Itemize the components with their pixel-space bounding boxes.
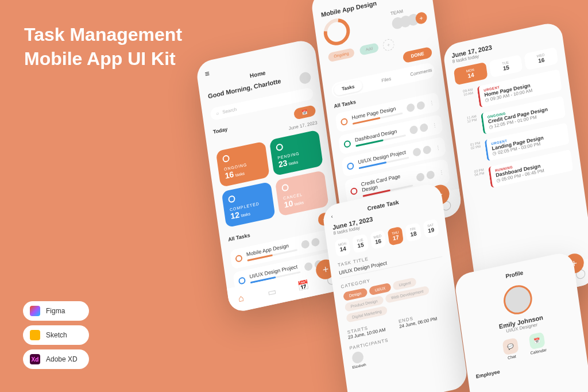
task-status-icon [347, 162, 354, 170]
time-slot: 11 AM12 PM [461, 114, 477, 125]
screen-title: Create Task [367, 199, 399, 212]
participant-name: Elizabeth [352, 363, 366, 369]
day-cell[interactable]: SAT19 [423, 219, 439, 239]
day-num: 18 [408, 230, 419, 239]
time-slot: 01 PM02 PM [464, 141, 481, 152]
all-tasks-label[interactable]: All Tasks [228, 232, 250, 243]
status-card-completed[interactable]: COMPLETED12 tasks [222, 182, 276, 228]
search-icon: ⌕ [216, 110, 219, 116]
status-icon [222, 155, 230, 163]
tab-comments[interactable]: Comments [410, 67, 432, 77]
task-status-icon [341, 117, 348, 125]
calendar-button[interactable]: 📅 [293, 105, 316, 120]
assignee-avatar[interactable] [416, 172, 425, 182]
profile-avatar[interactable] [502, 283, 534, 317]
day-cell[interactable]: MON14 [334, 237, 351, 257]
hero-title-line2: Mobile App UI Kit [24, 47, 182, 71]
status-unit: tasks [289, 160, 299, 166]
sketch-icon [30, 330, 40, 340]
status-icon [228, 195, 235, 203]
status-card-cancel[interactable]: CANCEL10 tasks [275, 170, 329, 217]
more-icon[interactable]: ⋮ [439, 169, 444, 176]
profile-action-calendar[interactable]: 📅 Calendar [528, 332, 547, 355]
day-cell[interactable]: WED16 [370, 230, 386, 249]
status-unit: tasks [294, 200, 304, 206]
task-status-icon [343, 140, 351, 148]
format-label: Adobe XD [46, 355, 78, 363]
time-slot: 09 AM10 AM [457, 87, 473, 98]
ongoing-chip: Ongoing [328, 48, 355, 63]
search-placeholder: Search [222, 107, 237, 115]
assignee-avatar[interactable] [426, 170, 435, 180]
avatar[interactable] [299, 71, 311, 85]
status-card-ongoing[interactable]: ONGOING16 tasks [216, 141, 270, 187]
assignee-avatar[interactable] [412, 147, 421, 157]
figma-icon [30, 306, 40, 316]
assignee-avatar[interactable] [416, 101, 425, 110]
time-slot: 03 PM04 PM [468, 168, 485, 178]
nav-home-icon[interactable]: ⌂ [238, 292, 249, 305]
profile-action-chat[interactable]: 💬 Chat [502, 337, 519, 360]
assignee-avatar[interactable] [406, 102, 415, 112]
format-label: Sketch [46, 331, 67, 339]
xd-icon: Xd [30, 354, 40, 364]
format-badge-xd: Xd Adobe XD [23, 349, 89, 369]
done-button[interactable]: DONE [403, 47, 433, 63]
day-cell[interactable]: MON14 [454, 62, 488, 86]
assignee-avatar[interactable] [423, 145, 432, 155]
hamburger-icon[interactable]: ≡ [204, 68, 210, 79]
status-count: 16 [225, 170, 235, 180]
calendar-icon: 📅 [529, 332, 546, 349]
day-num: 16 [373, 237, 384, 246]
nav-projects-icon[interactable]: ▭ [267, 286, 278, 298]
participant-avatar[interactable] [351, 351, 364, 364]
tab-tasks[interactable]: Tasks [333, 79, 363, 96]
add-status-button[interactable]: + [382, 38, 394, 52]
assignee-avatar[interactable] [304, 262, 313, 271]
day-cell[interactable]: WED16 [524, 47, 559, 71]
assignee-avatar[interactable] [419, 122, 428, 132]
hero-title: Task Management Mobile App UI Kit [24, 23, 182, 71]
day-cell[interactable]: FRI18 [405, 222, 421, 242]
all-tasks-label[interactable]: All Tasks [334, 99, 356, 109]
chat-icon: 💬 [502, 337, 519, 355]
phone-profile: Profile Emily Johnson UI/UX Designer 💬 C… [454, 251, 588, 392]
date-chip: June 17, 2023 [288, 120, 318, 131]
day-num: 17 [390, 233, 401, 242]
add-team-button[interactable]: + [415, 11, 427, 25]
status-card-pending[interactable]: PENDING23 tasks [269, 130, 323, 176]
format-label: Figma [46, 307, 65, 315]
assignee-avatar[interactable] [301, 239, 310, 249]
more-icon[interactable]: ⋮ [435, 144, 441, 151]
more-icon[interactable]: ⋮ [432, 122, 438, 129]
back-icon[interactable]: ‹ [331, 213, 333, 220]
status-unit: tasks [235, 171, 245, 177]
today-label: Today [212, 126, 228, 134]
status-chip: Add [359, 43, 379, 56]
assignee-avatar[interactable] [409, 125, 419, 134]
status-unit: tasks [241, 212, 250, 217]
format-badge-sketch: Sketch [23, 325, 89, 345]
status-count: 12 [230, 210, 241, 221]
format-badge-figma: Figma [23, 301, 89, 321]
task-status-icon [235, 254, 242, 262]
day-cell[interactable]: TUE15 [489, 55, 523, 78]
day-num: 15 [355, 241, 366, 249]
tab-files[interactable]: Files [381, 76, 392, 83]
day-cell[interactable]: TUE15 [352, 234, 369, 253]
day-cell[interactable]: THU17 [388, 226, 404, 246]
progress-ring [319, 13, 355, 51]
status-count: 10 [284, 198, 294, 209]
day-num: 19 [426, 226, 437, 235]
nav-calendar-icon[interactable]: 📅 [297, 279, 308, 292]
task-status-icon [350, 187, 358, 195]
more-icon[interactable]: ⋮ [429, 99, 435, 106]
status-count: 23 [278, 158, 288, 169]
hero-title-line1: Task Management [24, 23, 182, 47]
task-status-icon [238, 276, 246, 285]
status-icon [276, 143, 283, 151]
category-chip[interactable]: Web Development [385, 286, 430, 303]
format-badges: Figma Sketch Xd Adobe XD [23, 301, 89, 369]
status-icon [281, 183, 289, 191]
assignee-avatar[interactable] [311, 237, 320, 247]
